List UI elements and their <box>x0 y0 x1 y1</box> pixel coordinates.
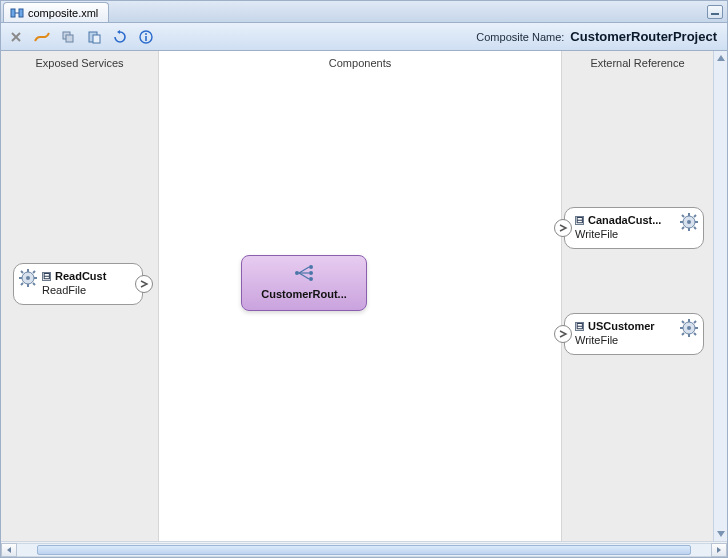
toolbar: Composite Name: CustomerRouterProject <box>1 23 727 51</box>
scrollbar-thumb[interactable] <box>37 545 691 555</box>
collapse-icon[interactable]: ⊟ <box>575 322 584 331</box>
input-port[interactable] <box>554 219 572 237</box>
svg-line-17 <box>21 271 23 273</box>
svg-line-44 <box>682 321 684 323</box>
node-subtitle: WriteFile <box>575 228 675 240</box>
svg-point-39 <box>687 326 691 330</box>
mediator-icon <box>248 264 360 282</box>
svg-line-46 <box>694 321 696 323</box>
svg-line-45 <box>694 333 696 335</box>
svg-rect-0 <box>11 9 15 17</box>
svg-line-19 <box>33 271 35 273</box>
scroll-down-icon[interactable] <box>716 529 726 539</box>
svg-point-9 <box>145 33 147 35</box>
output-port[interactable] <box>135 275 153 293</box>
svg-rect-1 <box>19 9 23 17</box>
svg-point-22 <box>309 265 313 269</box>
composite-name-value: CustomerRouterProject <box>570 29 717 44</box>
tab-composite-xml[interactable]: composite.xml <box>3 2 109 22</box>
lane-header-exposed: Exposed Services <box>1 51 158 75</box>
svg-line-20 <box>21 283 23 285</box>
svg-line-25 <box>299 267 309 273</box>
gear-icon <box>679 212 699 232</box>
collapse-icon[interactable]: ⊟ <box>575 216 584 225</box>
node-title-text: CanadaCust... <box>588 214 661 226</box>
svg-point-21 <box>295 271 299 275</box>
node-title-text: USCustomer <box>588 320 655 332</box>
node-readcust[interactable]: ⊟ ReadCust ReadFile <box>13 263 143 305</box>
composite-name-label: Composite Name: <box>476 31 564 43</box>
svg-point-29 <box>687 220 691 224</box>
wire-icon[interactable] <box>33 28 51 46</box>
svg-point-24 <box>309 277 313 281</box>
refresh-icon[interactable] <box>111 28 129 46</box>
node-subtitle: WriteFile <box>575 334 675 346</box>
lane-header-components: Components <box>159 51 561 75</box>
svg-line-47 <box>682 333 684 335</box>
node-canada-customer[interactable]: ⊟ CanadaCust... WriteFile <box>564 207 704 249</box>
vertical-scroll-gutter[interactable] <box>713 51 727 541</box>
node-us-customer[interactable]: ⊟ USCustomer WriteFile <box>564 313 704 355</box>
svg-line-27 <box>299 273 309 279</box>
minimize-button[interactable] <box>707 5 723 19</box>
tab-bar: composite.xml <box>1 1 727 23</box>
svg-line-35 <box>694 227 696 229</box>
svg-line-34 <box>682 215 684 217</box>
scroll-right-button[interactable] <box>711 543 727 557</box>
gear-icon <box>18 268 38 288</box>
node-customer-router[interactable]: CustomerRout... <box>241 255 367 311</box>
input-port[interactable] <box>554 325 572 343</box>
node-title: ⊟ ReadCust <box>42 270 132 282</box>
scrollbar-track[interactable] <box>17 543 711 557</box>
component-label: CustomerRout... <box>248 288 360 300</box>
svg-line-37 <box>682 227 684 229</box>
horizontal-scrollbar[interactable] <box>1 541 727 557</box>
svg-line-36 <box>694 215 696 217</box>
svg-point-12 <box>26 276 30 280</box>
node-subtitle: ReadFile <box>42 284 132 296</box>
lane-external-reference: External Reference ⊟ CanadaCust... Write… <box>561 51 713 541</box>
lane-components: Components CustomerRout... <box>159 51 561 541</box>
lane-header-external: External Reference <box>562 51 713 75</box>
node-title: ⊟ USCustomer <box>575 320 675 332</box>
lane-exposed-services: Exposed Services ⊟ ReadCust ReadFile <box>1 51 159 541</box>
collapse-icon[interactable]: ⊟ <box>42 272 51 281</box>
delete-icon[interactable] <box>7 28 25 46</box>
scroll-left-button[interactable] <box>1 543 17 557</box>
tab-label: composite.xml <box>28 7 98 19</box>
composite-name-area: Composite Name: CustomerRouterProject <box>476 29 721 44</box>
scroll-up-icon[interactable] <box>716 53 726 63</box>
svg-rect-5 <box>66 35 73 42</box>
design-canvas[interactable]: Exposed Services ⊟ ReadCust ReadFile <box>1 51 727 541</box>
svg-rect-10 <box>145 36 147 41</box>
svg-point-23 <box>309 271 313 275</box>
canvas-wrap: Exposed Services ⊟ ReadCust ReadFile <box>1 51 727 557</box>
node-title: ⊟ CanadaCust... <box>575 214 675 226</box>
composite-file-icon <box>10 6 24 20</box>
editor-window: composite.xml Composite Name: Custom <box>0 0 728 558</box>
svg-rect-3 <box>711 13 719 15</box>
svg-line-18 <box>33 283 35 285</box>
info-icon[interactable] <box>137 28 155 46</box>
paste-icon[interactable] <box>85 28 103 46</box>
gear-icon <box>679 318 699 338</box>
copy-icon[interactable] <box>59 28 77 46</box>
node-title-text: ReadCust <box>55 270 106 282</box>
svg-rect-7 <box>93 35 100 43</box>
